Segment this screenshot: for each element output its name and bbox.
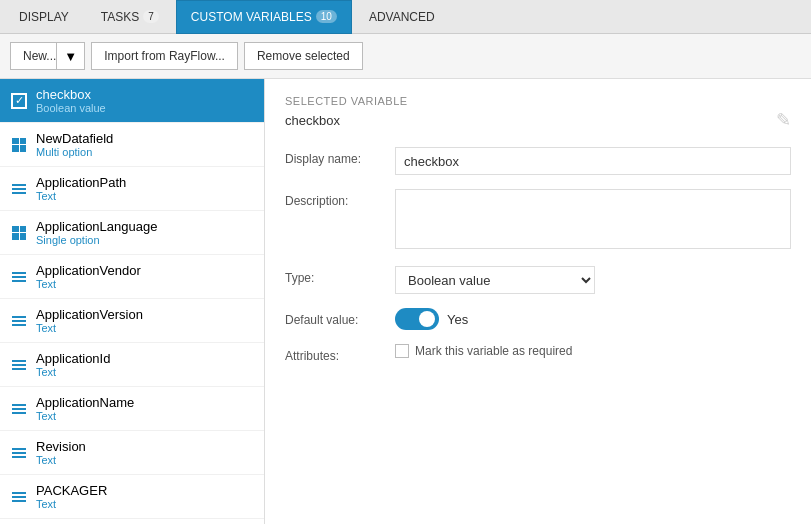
variable-name-checkbox: checkbox: [36, 87, 254, 102]
required-checkbox-wrapper: Mark this variable as required: [395, 344, 791, 358]
variable-name-ApplicationLanguage: ApplicationLanguage: [36, 219, 254, 234]
variable-text-Revision: RevisionText: [36, 439, 254, 466]
import-button[interactable]: Import from RayFlow...: [91, 42, 238, 70]
tab-tasks-badge: 7: [143, 10, 159, 23]
variable-name-Revision: Revision: [36, 439, 254, 454]
attributes-label: Attributes:: [285, 344, 395, 363]
required-checkbox[interactable]: [395, 344, 409, 358]
variable-text-ApplicationVersion: ApplicationVersionText: [36, 307, 254, 334]
variable-item-ApplicationVersion[interactable]: ApplicationVersionText: [0, 299, 264, 343]
variable-name-PACKAGER: PACKAGER: [36, 483, 254, 498]
new-dropdown-button[interactable]: ▼: [56, 42, 85, 70]
variable-detail: SELECTED VARIABLE checkbox ✎ Display nam…: [265, 79, 811, 524]
default-value-control: Yes: [395, 308, 791, 330]
edit-icon[interactable]: ✎: [776, 109, 791, 131]
variable-type-ApplicationVendor: Text: [36, 278, 254, 290]
selected-variable-title: checkbox ✎: [285, 109, 791, 131]
variable-name-ApplicationVendor: ApplicationVendor: [36, 263, 254, 278]
variable-type-checkbox: Boolean value: [36, 102, 254, 114]
variable-item-ApplicationName[interactable]: ApplicationNameText: [0, 387, 264, 431]
variable-type-ApplicationLanguage: Single option: [36, 234, 254, 246]
attributes-control: Mark this variable as required: [395, 344, 791, 358]
display-name-input[interactable]: [395, 147, 791, 175]
variable-item-Revision[interactable]: RevisionText: [0, 431, 264, 475]
description-row: Description:: [285, 189, 791, 252]
description-control: [395, 189, 791, 252]
variable-icon-ApplicationId: [10, 356, 28, 374]
variable-name-ApplicationName: ApplicationName: [36, 395, 254, 410]
toggle-wrapper: Yes: [395, 308, 791, 330]
toggle[interactable]: [395, 308, 439, 330]
new-button-group: New... ▼: [10, 42, 85, 70]
default-value-row: Default value: Yes: [285, 308, 791, 330]
variable-item-ApplicationPath[interactable]: ApplicationPathText: [0, 167, 264, 211]
main-content: ✓checkboxBoolean valueNewDatafieldMulti …: [0, 79, 811, 524]
toolbar: New... ▼ Import from RayFlow... Remove s…: [0, 34, 811, 79]
variable-item-NewDatafield[interactable]: NewDatafieldMulti option: [0, 123, 264, 167]
type-select[interactable]: Boolean valueTextMulti optionSingle opti…: [395, 266, 595, 294]
tab-advanced[interactable]: ADVANCED: [354, 0, 450, 34]
tab-custom-variables-badge: 10: [316, 10, 337, 23]
attributes-row: Attributes: Mark this variable as requir…: [285, 344, 791, 363]
tab-bar: DISPLAYTASKS7CUSTOM VARIABLES10ADVANCED: [0, 0, 811, 34]
variable-item-ApplicationId[interactable]: ApplicationIdText: [0, 343, 264, 387]
variable-type-Revision: Text: [36, 454, 254, 466]
variables-list: ✓checkboxBoolean valueNewDatafieldMulti …: [0, 79, 265, 524]
display-name-row: Display name:: [285, 147, 791, 175]
variable-icon-Revision: [10, 444, 28, 462]
type-label: Type:: [285, 266, 395, 285]
tab-custom-variables[interactable]: CUSTOM VARIABLES10: [176, 0, 352, 34]
variable-icon-ApplicationPath: [10, 180, 28, 198]
variable-item-checkbox[interactable]: ✓checkboxBoolean value: [0, 79, 264, 123]
description-input[interactable]: [395, 189, 791, 249]
variable-name-ApplicationPath: ApplicationPath: [36, 175, 254, 190]
selected-variable-label: SELECTED VARIABLE: [285, 95, 791, 107]
variable-name-ApplicationId: ApplicationId: [36, 351, 254, 366]
display-name-label: Display name:: [285, 147, 395, 166]
variable-item-PACKAGER[interactable]: PACKAGERText: [0, 475, 264, 519]
variable-icon-NewDatafield: [10, 136, 28, 154]
type-row: Type: Boolean valueTextMulti optionSingl…: [285, 266, 791, 294]
remove-button[interactable]: Remove selected: [244, 42, 363, 70]
variable-icon-ApplicationVendor: [10, 268, 28, 286]
variable-text-ApplicationId: ApplicationIdText: [36, 351, 254, 378]
new-button[interactable]: New...: [10, 42, 56, 70]
variable-type-ApplicationName: Text: [36, 410, 254, 422]
variable-text-checkbox: checkboxBoolean value: [36, 87, 254, 114]
variable-icon-ApplicationName: [10, 400, 28, 418]
toggle-yes-label: Yes: [447, 312, 468, 327]
variable-type-ApplicationId: Text: [36, 366, 254, 378]
toggle-thumb: [419, 311, 435, 327]
tab-tasks[interactable]: TASKS7: [86, 0, 174, 34]
variable-name-ApplicationVersion: ApplicationVersion: [36, 307, 254, 322]
variable-type-ApplicationPath: Text: [36, 190, 254, 202]
description-label: Description:: [285, 189, 395, 208]
tab-display[interactable]: DISPLAY: [4, 0, 84, 34]
variable-icon-checkbox: ✓: [10, 92, 28, 110]
variable-text-ApplicationLanguage: ApplicationLanguageSingle option: [36, 219, 254, 246]
variable-item-ApplicationLanguage[interactable]: ApplicationLanguageSingle option: [0, 211, 264, 255]
toggle-track: [395, 308, 439, 330]
variable-text-ApplicationName: ApplicationNameText: [36, 395, 254, 422]
variable-type-NewDatafield: Multi option: [36, 146, 254, 158]
variable-icon-ApplicationVersion: [10, 312, 28, 330]
variable-name-NewDatafield: NewDatafield: [36, 131, 254, 146]
variable-item-ApplicationVendor[interactable]: ApplicationVendorText: [0, 255, 264, 299]
display-name-control: [395, 147, 791, 175]
variable-icon-PACKAGER: [10, 488, 28, 506]
variable-icon-ApplicationLanguage: [10, 224, 28, 242]
selected-variable-name: checkbox: [285, 113, 340, 128]
type-control: Boolean valueTextMulti optionSingle opti…: [395, 266, 791, 294]
variable-text-ApplicationPath: ApplicationPathText: [36, 175, 254, 202]
required-checkbox-label: Mark this variable as required: [415, 344, 572, 358]
default-value-label: Default value:: [285, 308, 395, 327]
variable-type-ApplicationVersion: Text: [36, 322, 254, 334]
variable-text-NewDatafield: NewDatafieldMulti option: [36, 131, 254, 158]
variable-text-ApplicationVendor: ApplicationVendorText: [36, 263, 254, 290]
variable-type-PACKAGER: Text: [36, 498, 254, 510]
variable-text-PACKAGER: PACKAGERText: [36, 483, 254, 510]
